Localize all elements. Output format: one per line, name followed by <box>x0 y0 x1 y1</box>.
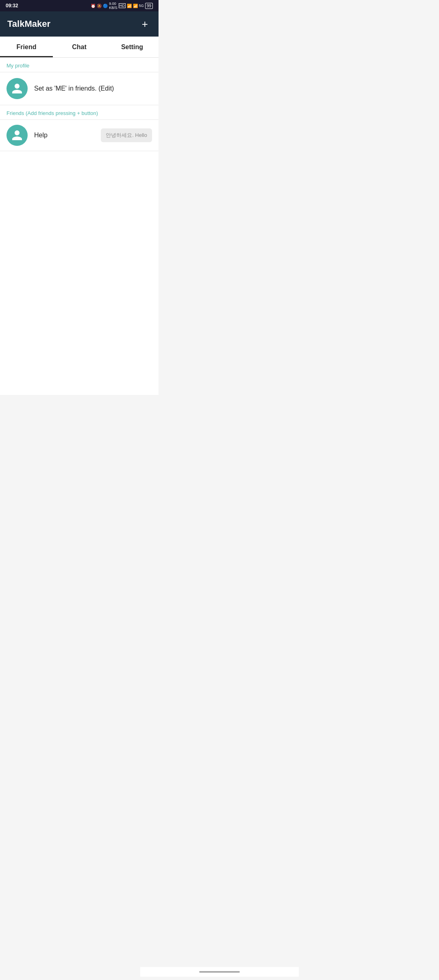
app-title: TalkMaker <box>7 19 50 29</box>
friend-name: Help <box>34 132 101 139</box>
status-icons: ⏰ 🔕 🔵 9.00KB/S HD 📶 📶 5G 99 <box>91 2 153 10</box>
mute-icon: 🔕 <box>97 4 102 8</box>
alarm-icon: ⏰ <box>91 4 96 8</box>
avatar <box>7 78 28 99</box>
friend-row[interactable]: Help 안녕하세요. Hello <box>0 120 159 151</box>
friend-last-message: 안녕하세요. Hello <box>101 128 152 142</box>
main-content: My profile Set as 'ME' in friends. (Edit… <box>0 58 159 395</box>
5g-icon: 5G <box>139 4 144 8</box>
my-profile-section-header: My profile <box>0 58 159 72</box>
hd-icon: HD <box>119 3 126 8</box>
friends-section-header: Friends (Add friends pressing + button) <box>0 105 159 120</box>
my-profile-row[interactable]: Set as 'ME' in friends. (Edit) <box>0 72 159 105</box>
tab-friend[interactable]: Friend <box>0 37 53 57</box>
friend-avatar <box>7 125 28 146</box>
status-time: 09:32 <box>6 3 18 9</box>
status-bar: 09:32 ⏰ 🔕 🔵 9.00KB/S HD 📶 📶 5G 99 <box>0 0 159 11</box>
my-profile-name: Set as 'ME' in friends. (Edit) <box>34 85 114 92</box>
tab-chat[interactable]: Chat <box>53 37 106 57</box>
bluetooth-icon: 🔵 <box>103 4 108 8</box>
signal-icon: 📶 <box>133 4 138 8</box>
tab-setting[interactable]: Setting <box>106 37 159 57</box>
friend-avatar-icon <box>11 129 23 141</box>
battery-icon: 99 <box>145 3 153 9</box>
tab-bar: Friend Chat Setting <box>0 37 159 58</box>
app-header: TalkMaker + <box>0 11 159 37</box>
empty-content-area <box>0 151 159 395</box>
avatar-icon <box>11 82 23 95</box>
add-button[interactable]: + <box>139 17 151 31</box>
data-speed-label: 9.00KB/S <box>109 2 117 10</box>
wifi-icon: 📶 <box>127 4 132 8</box>
